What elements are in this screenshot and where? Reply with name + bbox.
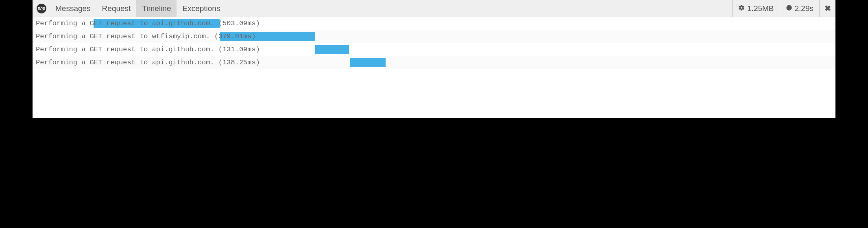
timeline-label: Performing a GET request to api.github.c… [33, 59, 260, 66]
timeline-bar [350, 58, 386, 67]
tab-request[interactable]: Request [96, 0, 137, 17]
timeline-row[interactable]: Performing a GET request to wtfismyip.co… [33, 30, 835, 43]
timeline-label: Performing a GET request to api.github.c… [33, 20, 260, 27]
timeline-body: Performing a GET request to api.github.c… [33, 17, 835, 69]
gear-icon [738, 4, 745, 13]
clock-icon [786, 4, 792, 13]
timeline-bar [315, 45, 349, 54]
timeline-row[interactable]: Performing a GET request to api.github.c… [33, 56, 835, 69]
memory-value: 1.25MB [747, 4, 774, 13]
toolbar-left: php Messages Request Timeline Exceptions [33, 0, 732, 17]
time-stat: 2.29s [780, 0, 819, 17]
timeline-label: Performing a GET request to api.github.c… [33, 46, 260, 53]
timeline-row[interactable]: Performing a GET request to api.github.c… [33, 43, 835, 56]
toolbar-right: 1.25MB 2.29s ✖ [732, 0, 835, 17]
memory-stat: 1.25MB [732, 0, 779, 17]
tab-exceptions[interactable]: Exceptions [177, 0, 226, 17]
tab-messages[interactable]: Messages [50, 0, 96, 17]
debug-panel: php Messages Request Timeline Exceptions… [33, 0, 835, 118]
toolbar: php Messages Request Timeline Exceptions… [33, 0, 835, 17]
time-value: 2.29s [795, 4, 813, 13]
timeline-row[interactable]: Performing a GET request to api.github.c… [33, 17, 835, 30]
close-icon: ✖ [824, 4, 831, 13]
close-button[interactable]: ✖ [819, 0, 835, 17]
timeline-label: Performing a GET request to wtfismyip.co… [33, 33, 256, 40]
php-logo-icon: php [37, 4, 46, 13]
tab-timeline[interactable]: Timeline [136, 0, 177, 17]
